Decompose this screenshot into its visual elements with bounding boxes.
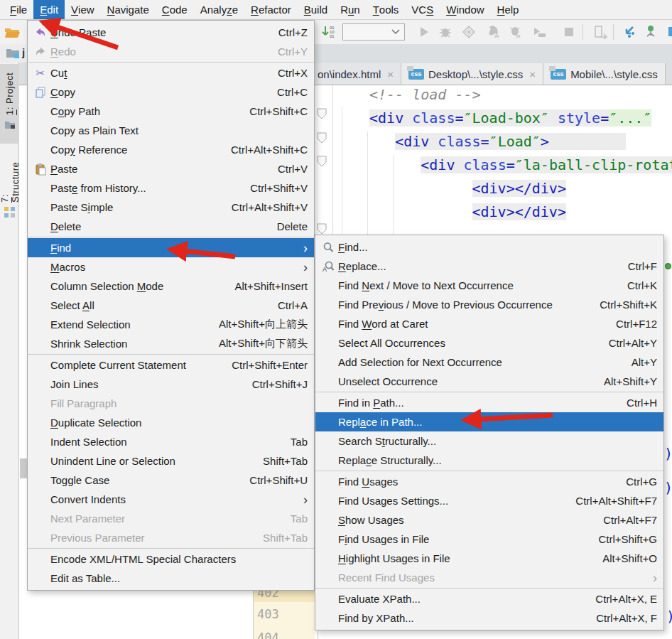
menubar-item-refactor[interactable]: Refactor bbox=[244, 0, 298, 19]
fold-marker[interactable] bbox=[317, 156, 327, 167]
menu-item-find-previous-move-to-previous-occurrence[interactable]: Find Previous / Move to Previous Occurre… bbox=[315, 295, 663, 314]
menu-item-copy-path[interactable]: Copy PathCtrl+Shift+C bbox=[28, 102, 314, 121]
menu-item-extend-selection[interactable]: Extend SelectionAlt+Shift+向上箭头 bbox=[28, 315, 314, 334]
breadcrumb[interactable]: j bbox=[22, 46, 25, 58]
profiler-icon[interactable]: JR bbox=[484, 23, 502, 41]
stop-icon[interactable] bbox=[560, 23, 578, 41]
menubar-item-edit[interactable]: Edit bbox=[33, 0, 65, 19]
sidebar-item-structure[interactable]: 7: Structure bbox=[0, 149, 19, 220]
fold-marker[interactable] bbox=[317, 108, 327, 119]
menubar-item-navigate[interactable]: Navigate bbox=[101, 0, 156, 19]
attach-icon[interactable] bbox=[530, 23, 548, 41]
menu-item-add-selection-for-next-occurrence[interactable]: Add Selection for Next OccurrenceAlt+Y bbox=[315, 353, 663, 372]
menu-item-find-word-at-caret[interactable]: Find Word at CaretCtrl+F12 bbox=[315, 314, 663, 333]
menubar-item-build[interactable]: Build bbox=[298, 0, 334, 19]
menu-item-delete[interactable]: DeleteDelete bbox=[28, 217, 314, 236]
menubar-item-window[interactable]: Window bbox=[440, 0, 490, 19]
menubar-item-run[interactable]: Run bbox=[334, 0, 367, 19]
editor-tab-mobile-style-css[interactable]: cssMobile\...\style.css bbox=[543, 63, 666, 85]
run-configuration-select[interactable] bbox=[342, 23, 405, 41]
menu-item-find-usages-settings[interactable]: Find Usages Settings...Ctrl+Alt+Shift+F7 bbox=[315, 491, 663, 510]
run-icon[interactable] bbox=[415, 23, 433, 41]
splitter-handle[interactable] bbox=[20, 458, 27, 478]
menu-item-show-usages[interactable]: Show UsagesCtrl+Alt+F7 bbox=[315, 510, 663, 530]
menu-item-encode-xml-html-special-characters[interactable]: Encode XML/HTML Special Characters bbox=[28, 549, 314, 569]
menu-item-unselect-occurrence[interactable]: Unselect OccurrenceAlt+Shift+Y bbox=[315, 372, 663, 391]
menu-item-edit-as-table[interactable]: Edit as Table... bbox=[28, 569, 314, 588]
commit-icon[interactable] bbox=[641, 23, 660, 41]
fold-marker[interactable] bbox=[317, 132, 327, 144]
menubar-item-code[interactable]: Code bbox=[156, 0, 194, 19]
sidebar-item-project[interactable]: 1: Project bbox=[0, 64, 19, 144]
code-area[interactable]: <!-- load --><div class=″Load-box″ style… bbox=[369, 83, 672, 237]
menu-item-highlight-usages-in-file[interactable]: Highlight Usages in FileAlt+Shift+O bbox=[315, 549, 663, 568]
sort-lines-icon[interactable]: 011001 bbox=[320, 23, 338, 41]
menu-item-replace-structurally[interactable]: Replace Structurally... bbox=[315, 451, 663, 470]
menu-item-replace-in-path[interactable]: Replace in Path... bbox=[315, 412, 663, 431]
menu-item-find-usages[interactable]: Find UsagesCtrl+G bbox=[315, 472, 663, 491]
structure-tool-icon bbox=[4, 207, 15, 220]
menu-item-toggle-case[interactable]: Toggle CaseCtrl+Shift+U bbox=[28, 471, 314, 490]
menu-item-macros[interactable]: Macros› bbox=[28, 257, 314, 276]
menu-item-cut[interactable]: ✂CutCtrl+X bbox=[28, 63, 314, 82]
menu-item-column-selection-mode[interactable]: Column Selection ModeAlt+Shift+Insert bbox=[28, 276, 314, 296]
update-project-icon[interactable] bbox=[620, 23, 639, 41]
menu-item-evaluate-xpath[interactable]: Evaluate XPath...Ctrl+Alt+X, E bbox=[315, 589, 663, 608]
menu-item-undo-paste[interactable]: Undo PasteCtrl+Z bbox=[28, 23, 314, 42]
menu-item-copy-as-plain-text[interactable]: Copy as Plain Text bbox=[28, 121, 314, 140]
menu-item-indent-selection[interactable]: Indent SelectionTab bbox=[28, 432, 314, 451]
application-window: <!-- load --><div class=″Load-box″ style… bbox=[0, 0, 672, 639]
menu-item-find-by-xpath[interactable]: Find by XPath...Ctrl+Alt+X, F bbox=[315, 608, 663, 628]
menu-item-replace[interactable]: AReplace...Ctrl+F bbox=[315, 257, 663, 276]
close-icon[interactable]: × bbox=[387, 68, 394, 80]
menu-item-paste-simple[interactable]: Paste SimpleCtrl+Alt+Shift+V bbox=[28, 198, 314, 217]
fold-marker[interactable] bbox=[317, 223, 327, 235]
menu-item-complete-current-statement[interactable]: Complete Current StatementCtrl+Shift+Ent… bbox=[28, 355, 314, 375]
menu-item-label: Macros bbox=[50, 261, 85, 273]
menu-item-find-usages-in-file[interactable]: Find Usages in FileCtrl+Shift+G bbox=[315, 530, 663, 549]
editor-tab-desktop-style-css[interactable]: cssDesktop\...\style.css× bbox=[401, 63, 543, 85]
menu-item-shortcut: Ctrl+X bbox=[278, 67, 308, 79]
menu-separator bbox=[315, 588, 663, 589]
menu-item-copy[interactable]: CopyCtrl+C bbox=[28, 82, 314, 102]
menu-item-convert-indents[interactable]: Convert Indents› bbox=[28, 490, 314, 509]
menu-item-label: Unselect Occurrence bbox=[338, 375, 438, 387]
tab-label: on\index.html bbox=[318, 68, 381, 80]
menu-item-shrink-selection[interactable]: Shrink SelectionAlt+Shift+向下箭头 bbox=[28, 334, 314, 353]
menu-item-label: Select All Occurrences bbox=[338, 337, 445, 349]
menu-item-find-next-move-to-next-occurrence[interactable]: Find Next / Move to Next OccurrenceCtrl+… bbox=[315, 276, 663, 295]
menu-item-select-all-occurrences[interactable]: Select All OccurrencesCtrl+Alt+Y bbox=[315, 333, 663, 353]
menubar-item-vcs[interactable]: VCS bbox=[405, 0, 440, 19]
menu-item-paste-from-history[interactable]: Paste from History...Ctrl+Shift+V bbox=[28, 178, 314, 198]
editor-tab-on-index-html[interactable]: on\index.html× bbox=[315, 63, 401, 85]
open-folder-icon[interactable] bbox=[3, 23, 21, 41]
menu-item-select-all[interactable]: Select AllCtrl+A bbox=[28, 296, 314, 315]
menu-item-duplicate-selection[interactable]: Duplicate Selection bbox=[28, 413, 314, 432]
menu-item-search-structurally[interactable]: Search Structurally... bbox=[315, 431, 663, 451]
exit-icon[interactable] bbox=[591, 23, 609, 41]
menubar-item-help[interactable]: Help bbox=[491, 0, 526, 19]
menu-item-unindent-line-or-selection[interactable]: Unindent Line or SelectionShift+Tab bbox=[28, 451, 314, 471]
indent-guide bbox=[342, 107, 342, 235]
menu-item-shortcut: Ctrl+V bbox=[278, 163, 308, 175]
menu-item-find-in-path[interactable]: Find in Path...Ctrl+H bbox=[315, 393, 663, 412]
menu-item-join-lines[interactable]: Join LinesCtrl+Shift+J bbox=[28, 375, 314, 394]
menu-item-label: Cut bbox=[50, 67, 67, 79]
menu-item-label: Find Next / Move to Next Occurrence bbox=[338, 279, 514, 291]
close-icon[interactable]: × bbox=[529, 68, 536, 80]
menu-item-paste[interactable]: PasteCtrl+V bbox=[28, 159, 314, 178]
coverage-icon[interactable] bbox=[460, 23, 478, 41]
debug-profiler-icon[interactable]: jR bbox=[506, 23, 525, 41]
menubar-item-view[interactable]: View bbox=[65, 0, 101, 19]
css-file-icon: css bbox=[551, 69, 566, 80]
menu-item-copy-reference[interactable]: Copy ReferenceCtrl+Alt+Shift+C bbox=[28, 140, 314, 159]
menubar-item-file[interactable]: File bbox=[4, 0, 33, 19]
menubar-item-analyze[interactable]: Analyze bbox=[194, 0, 244, 19]
menu-item-find[interactable]: Find... bbox=[315, 237, 663, 257]
menu-item-label: Find Usages bbox=[338, 476, 398, 488]
menu-item-find[interactable]: Find› bbox=[28, 238, 314, 257]
menubar-item-tools[interactable]: Tools bbox=[367, 0, 406, 19]
menu-item-label: Column Selection Mode bbox=[50, 280, 163, 292]
menu-item-label: Extend Selection bbox=[50, 318, 131, 331]
debug-icon[interactable] bbox=[436, 23, 455, 41]
